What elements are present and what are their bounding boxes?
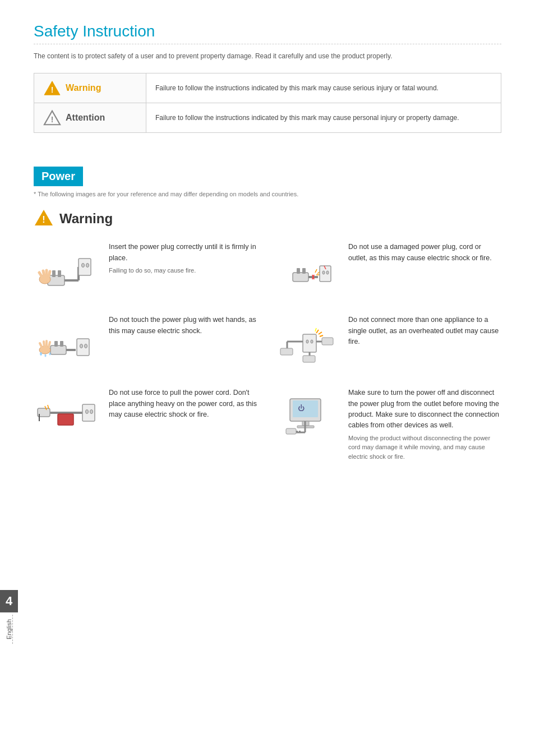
intro-text: The content is to protect safety of a us… [34,51,501,62]
svg-point-45 [45,354,47,357]
svg-line-43 [49,342,50,347]
instruction-item-pull-cord: Do not use force to pull the power cord.… [34,388,262,461]
svg-point-13 [86,264,89,268]
instruction-text-overload: Do not connect more than one appliance t… [348,315,501,349]
svg-rect-58 [303,356,315,362]
wet-hands-illustration [34,315,101,371]
svg-point-49 [311,340,313,343]
instruction-text-insert-plug: Insert the power plug correctly until it… [109,242,262,275]
warning-section-label: Warning [59,211,113,227]
power-section: Power * The following images are for you… [34,167,501,461]
svg-rect-72 [293,400,318,417]
svg-line-53 [315,328,316,331]
attention-row: ! Attention Failure to follow the instru… [34,103,501,132]
power-header: Power [34,167,83,186]
instruction-text-damaged-plug: Do not use a damaged power plug, cord or… [348,242,501,266]
svg-rect-7 [52,270,56,277]
page-title: Safety Instruction [34,22,501,44]
warning-heading-icon: ! [34,209,54,228]
instruction-sub-insert-plug: Failing to do so, may cause fire. [109,266,262,275]
svg-line-16 [43,271,44,276]
svg-rect-34 [60,341,63,347]
svg-point-38 [85,344,87,348]
instruction-item-wet-hands: Do not touch the power plug with wet han… [34,315,262,371]
damaged-plug-illustration [273,242,340,298]
warning-desc: Failure to follow the instructions indic… [146,73,501,103]
page-number: 4 [0,590,18,612]
page-container: Safety Instruction The content is to pro… [0,0,535,483]
svg-line-52 [320,335,323,336]
svg-point-48 [306,340,308,343]
svg-rect-11 [79,259,91,275]
svg-rect-19 [293,273,308,282]
warning-triangle-icon: ! [43,80,61,96]
instruction-item-disconnect: ⏻ Make sure to turn the power off and di… [273,388,501,461]
instruction-main-wet-hands: Do not touch the power plug with wet han… [109,315,262,336]
attention-label-text: Attention [66,113,105,123]
svg-point-46 [49,353,51,356]
svg-rect-8 [58,270,61,277]
svg-text:!: ! [51,115,54,124]
instruction-main-disconnect: Make sure to turn the power off and disc… [348,388,501,431]
svg-line-15 [39,273,42,277]
svg-point-12 [82,264,85,268]
svg-rect-67 [58,414,73,425]
instruction-item-overload: Do not connect more than one appliance t… [273,315,501,371]
svg-point-29 [322,271,325,274]
svg-line-51 [319,332,322,334]
svg-rect-60 [322,338,333,345]
notice-table: ! Warning Failure to follow the instruct… [34,73,501,133]
instruction-item-insert-plug: Insert the power plug correctly until it… [34,242,262,298]
instruction-item-damaged-plug: Do not use a damaged power plug, cord or… [273,242,501,298]
insert-plug-illustration [34,242,101,298]
svg-line-25 [315,269,317,273]
warning-heading: ! Warning [34,209,501,228]
svg-point-44 [40,352,42,356]
svg-line-50 [316,330,319,333]
instruction-main-insert-plug: Insert the power plug correctly until it… [109,242,262,264]
svg-point-64 [86,410,89,414]
instruction-sub-disconnect: Moving the product without disconnecting… [348,434,501,462]
svg-rect-47 [303,334,316,352]
instruction-main-overload: Do not connect more than one appliance t… [348,315,501,347]
attention-desc: Failure to follow the instructions indic… [146,103,501,132]
page-lang: English [6,615,13,644]
instruction-text-disconnect: Make sure to turn the power off and disc… [348,388,501,461]
pull-cord-illustration [34,388,101,444]
svg-rect-32 [50,345,66,354]
svg-line-41 [44,342,44,347]
svg-point-37 [80,344,83,348]
warning-label-cell: ! Warning [34,73,146,103]
svg-text:!: ! [42,215,45,224]
svg-point-30 [326,271,329,274]
instruction-main-damaged-plug: Do not use a damaged power plug, cord or… [348,242,501,264]
svg-line-18 [49,271,50,276]
instruction-main-pull-cord: Do not use force to pull the power cord.… [109,388,262,420]
warning-label-text: Warning [66,83,101,93]
svg-text:⏻: ⏻ [298,404,305,412]
instruction-grid: Insert the power plug correctly until it… [34,242,501,461]
attention-triangle-icon: ! [43,110,61,126]
svg-rect-56 [280,348,293,355]
disconnect-illustration: ⏻ [273,388,340,444]
reference-note: * The following images are for your refe… [34,191,501,197]
svg-text:!: ! [51,85,54,94]
overload-illustration [273,315,340,371]
svg-rect-21 [302,268,306,274]
svg-rect-33 [54,341,58,347]
svg-rect-20 [297,268,300,274]
page-number-container: 4 English [0,590,18,644]
attention-label-cell: ! Attention [34,103,146,132]
svg-point-65 [90,410,93,414]
svg-line-40 [40,343,42,348]
svg-rect-77 [286,428,296,434]
instruction-text-pull-cord: Do not use force to pull the power cord.… [109,388,262,422]
warning-row: ! Warning Failure to follow the instruct… [34,73,501,103]
instruction-text-wet-hands: Do not touch the power plug with wet han… [109,315,262,339]
